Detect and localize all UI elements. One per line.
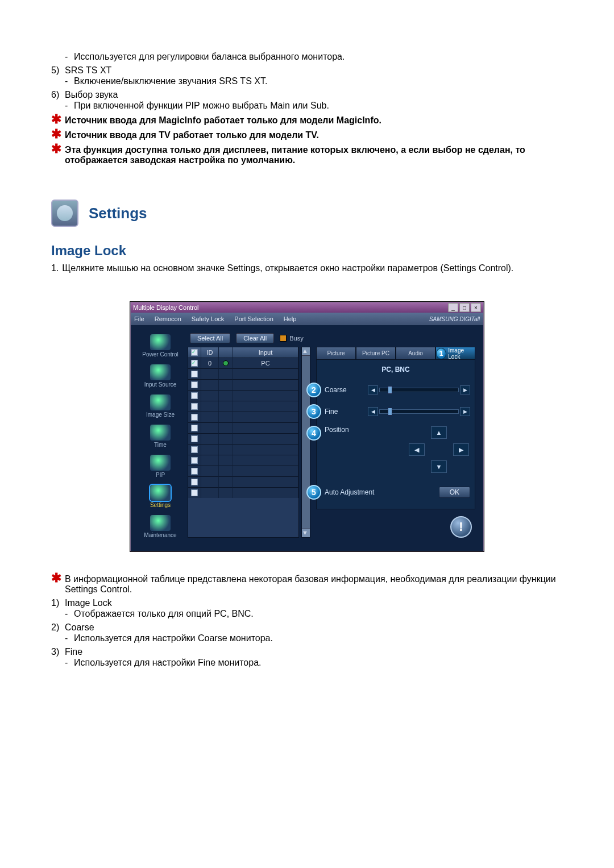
col-check[interactable] [188, 347, 201, 358]
ok-button[interactable]: OK [439, 487, 470, 498]
star-icon: ✱ [51, 129, 65, 139]
post-note-info: ✱ В информационной таблице представлена … [51, 574, 563, 595]
app-window: Multiple Display Control _ □ × File Remo… [130, 302, 484, 551]
table-row[interactable]: 0 PC [188, 358, 298, 368]
sidebar-item-maintenance[interactable]: Maintenance [136, 514, 184, 541]
position-left-button[interactable]: ◀ [409, 443, 425, 456]
sidebar-item-image-size[interactable]: Image Size [136, 393, 184, 420]
pip-icon [150, 455, 171, 471]
callout-5-icon: 5 [306, 485, 321, 500]
power-icon [150, 334, 171, 350]
row-id: 0 [201, 358, 219, 368]
menu-help[interactable]: Help [284, 315, 297, 322]
section-title: Settings [89, 205, 147, 222]
fine-row: 3 Fine ◀ ▶ [321, 404, 470, 419]
fine-increase-button[interactable]: ▶ [460, 407, 470, 416]
sidebar-item-time[interactable]: Time [136, 423, 184, 450]
position-down-button[interactable]: ▼ [431, 460, 447, 473]
scroll-down-button[interactable]: ▼ [302, 529, 310, 537]
step-1-text: Щелкните мышью на основном значке Settin… [62, 263, 513, 273]
tab-audio[interactable]: Audio [396, 347, 435, 359]
list-toolbar: Select All Clear All Busy [188, 333, 475, 347]
item-5-desc: Включение/выключение звучания SRS TS XT. [74, 76, 267, 86]
col-input[interactable]: Input [233, 347, 298, 358]
settings-header-icon [51, 200, 78, 227]
post-item-3-sub: - Используется для настройки Fine монито… [65, 658, 563, 668]
tab-image-lock[interactable]: 1 Image Lock [435, 347, 475, 359]
select-all-button[interactable]: Select All [190, 333, 230, 343]
position-right-button[interactable]: ▶ [453, 443, 469, 456]
time-icon [150, 425, 171, 441]
info-icon[interactable]: ! [450, 516, 472, 538]
post-item-2-sub: - Используется для настройки Coarse мони… [65, 633, 563, 643]
row-checkbox[interactable] [191, 360, 198, 367]
fine-decrease-button[interactable]: ◀ [368, 407, 378, 416]
item-6-desc: При включенной функции PIP можно выбрать… [74, 101, 329, 111]
position-up-button[interactable]: ▲ [431, 426, 447, 439]
settings-panel: Picture Picture PC Audio 1 Image Lock PC… [316, 347, 475, 538]
col-id[interactable]: ID [201, 347, 219, 358]
position-pad: ▲ ◀ ▶ ▼ [408, 426, 470, 474]
status-dot-icon [223, 360, 229, 366]
minimize-button[interactable]: _ [448, 303, 458, 312]
item-5-title: SRS TS XT [65, 65, 563, 76]
step-1-num: 1. [51, 263, 59, 273]
coarse-decrease-button[interactable]: ◀ [368, 385, 378, 394]
list-scrollbar[interactable]: ▲ ▼ [301, 347, 310, 538]
dash: - [65, 52, 74, 62]
menu-remocon[interactable]: Remocon [155, 315, 181, 322]
col-status[interactable] [219, 347, 233, 358]
menu-file[interactable]: File [134, 315, 144, 322]
display-list: ID Input 0 PC [188, 347, 475, 538]
item-5: 5) SRS TS XT [51, 65, 563, 76]
title-bar[interactable]: Multiple Display Control _ □ × [131, 302, 483, 313]
coarse-increase-button[interactable]: ▶ [460, 385, 470, 394]
clear-all-button[interactable]: Clear All [236, 333, 274, 343]
sidebar-item-pip[interactable]: PIP [136, 454, 184, 480]
display-grid[interactable]: ID Input 0 PC [188, 347, 299, 538]
balance-desc-text: Исспользуется для регулировки баланса вы… [74, 52, 345, 62]
callout-3-icon: 3 [306, 404, 321, 419]
fine-slider[interactable]: ◀ ▶ [368, 407, 470, 416]
menu-bar[interactable]: File Remocon Safety Lock Port Selection … [131, 313, 483, 325]
item-6: 6) Выбор звука [51, 90, 563, 100]
star-icon: ✱ [51, 114, 65, 124]
sidebar-item-input-source[interactable]: Input Source [136, 363, 184, 390]
menu-safety-lock[interactable]: Safety Lock [192, 315, 224, 322]
screenshot: Multiple Display Control _ □ × File Remo… [51, 302, 563, 551]
settings-icon [150, 485, 171, 501]
input-source-icon [150, 364, 171, 380]
item-5-num: 5) [51, 65, 65, 76]
fine-label: Fine [325, 408, 364, 416]
coarse-row: 2 Coarse ◀ ▶ [321, 383, 470, 397]
window-title: Multiple Display Control [133, 304, 199, 311]
auto-adjustment-label: Auto Adjustment [325, 488, 387, 496]
auto-row: 5 Auto Adjustment OK [321, 485, 470, 500]
item-6-sub: - При включенной функции PIP можно выбра… [65, 101, 563, 111]
item-6-title: Выбор звука [65, 90, 563, 100]
maintenance-icon [150, 515, 171, 531]
position-label: Position [325, 426, 364, 434]
note-tv: ✱ Источник ввода для TV работает только … [51, 130, 563, 140]
callout-4-icon: 4 [306, 426, 321, 441]
section-header: Settings [51, 200, 563, 227]
post-item-1-sub: - Отображается только для опций PC, BNC. [65, 609, 563, 619]
scroll-up-button[interactable]: ▲ [302, 347, 310, 356]
star-icon: ✱ [51, 573, 65, 583]
restore-button[interactable]: □ [459, 303, 470, 312]
sidebar-item-settings[interactable]: Settings [136, 484, 184, 510]
sidebar-item-power-control[interactable]: Power Control [136, 333, 184, 360]
subhead-image-lock: Image Lock [51, 243, 563, 259]
menu-port-selection[interactable]: Port Selection [234, 315, 273, 322]
tab-picture[interactable]: Picture [316, 347, 356, 359]
image-size-icon [150, 394, 171, 410]
item-5-sub: - Включение/выключение звучания SRS TS X… [65, 76, 563, 86]
note-magicinfo: ✱ Источник ввода для MagicInfo работает … [51, 115, 563, 126]
panel-head: PC, BNC [321, 366, 470, 373]
tab-picture-pc[interactable]: Picture PC [356, 347, 396, 359]
close-button[interactable]: × [471, 303, 481, 312]
busy-indicator: Busy [280, 335, 303, 342]
callout-1-icon: 1 [436, 348, 446, 359]
post-item-1: 1) Image Lock [51, 598, 563, 608]
coarse-slider[interactable]: ◀ ▶ [368, 385, 470, 394]
